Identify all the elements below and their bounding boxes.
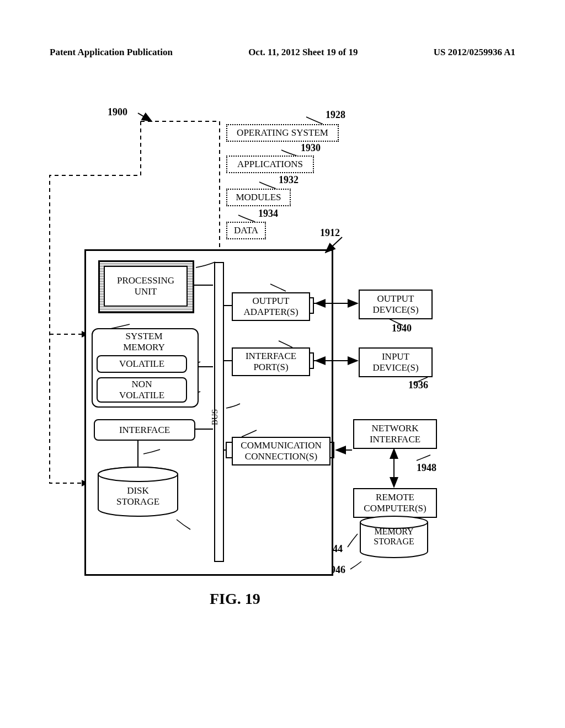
modules-label: MODULES: [236, 192, 281, 203]
remote-computers-box: REMOTE COMPUTER(S): [353, 488, 437, 518]
non-volatile-label: NON VOLATILE: [119, 379, 164, 400]
svg-point-3: [98, 467, 178, 481]
memory-storage-label: MEMORY STORAGE: [359, 527, 429, 547]
data-box: DATA: [226, 222, 266, 239]
output-adapters-box: OUTPUT ADAPTER(S): [232, 292, 310, 321]
remote-computers-label: REMOTE COMPUTER(S): [364, 492, 426, 513]
applications-box: APPLICATIONS: [226, 156, 314, 173]
operating-system-box: OPERATING SYSTEM: [226, 124, 339, 142]
communication-label: COMMUNICATION CONNECTION(S): [241, 440, 321, 462]
interface-label: INTERFACE: [119, 425, 170, 436]
interface-ports-label: INTERFACE PORT(S): [246, 351, 296, 372]
non-volatile-box: NON VOLATILE: [97, 377, 187, 403]
figure-19: OPERATING SYSTEM APPLICATIONS MODULES DA…: [50, 105, 480, 612]
interface-box: INTERFACE: [94, 419, 195, 441]
volatile-label: VOLATILE: [119, 358, 164, 370]
input-devices-box: INPUT DEVICE(S): [359, 347, 433, 377]
disk-storage-label: DISK STORAGE: [97, 485, 179, 507]
output-devices-box: OUTPUT DEVICE(S): [359, 290, 433, 319]
modules-box: MODULES: [226, 189, 291, 206]
applications-label: APPLICATIONS: [237, 159, 303, 170]
network-interface-label: NETWORK INTERFACE: [370, 423, 420, 445]
output-devices-label: OUTPUT DEVICE(S): [372, 293, 418, 315]
page: Patent Application Publication Oct. 11, …: [0, 0, 565, 728]
system-memory-label: SYSTEM MEMORY: [92, 331, 196, 353]
page-header: Patent Application Publication Oct. 11, …: [50, 47, 515, 58]
network-interface-box: NETWORK INTERFACE: [353, 419, 437, 449]
input-devices-label: INPUT DEVICE(S): [372, 351, 418, 373]
header-center: Oct. 11, 2012 Sheet 19 of 19: [248, 47, 358, 58]
operating-system-label: OPERATING SYSTEM: [237, 127, 328, 138]
processing-unit-box: PROCESSING UNIT: [104, 266, 188, 307]
bus-label: BUS: [210, 409, 220, 425]
data-label: DATA: [234, 225, 258, 236]
communication-box: COMMUNICATION CONNECTION(S): [232, 437, 331, 465]
interface-ports-box: INTERFACE PORT(S): [232, 347, 310, 376]
output-adapters-label: OUTPUT ADAPTER(S): [243, 296, 298, 317]
volatile-box: VOLATILE: [97, 355, 187, 373]
processing-unit-label: PROCESSING UNIT: [117, 275, 174, 297]
header-left: Patent Application Publication: [50, 47, 173, 58]
header-right: US 2012/0259936 A1: [434, 47, 515, 58]
